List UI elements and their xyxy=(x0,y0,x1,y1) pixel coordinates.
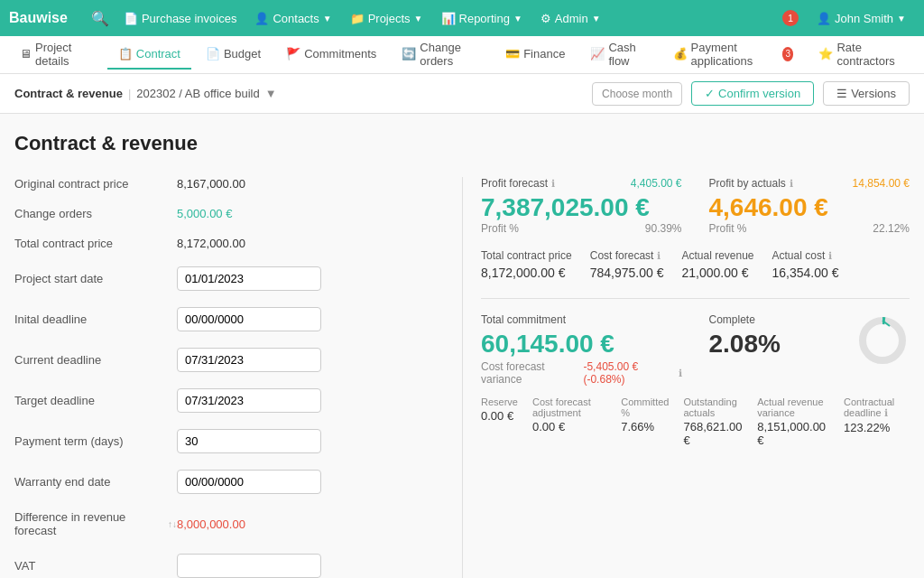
committed-pct-stat: Committed % 7.66% xyxy=(621,396,669,447)
breadcrumb-bar: Contract & revenue | 202302 / AB office … xyxy=(0,74,924,114)
cashflow-icon: 📈 xyxy=(590,47,605,61)
tab-contract[interactable]: 📋 Contract xyxy=(107,40,191,70)
payment-term-input[interactable] xyxy=(177,429,321,453)
sub-navbar: 🖥 Project details 📋 Contract 📄 Budget 🚩 … xyxy=(0,36,924,74)
diff-revenue-label: Difference in revenue forecast ↑↓ xyxy=(14,510,177,537)
commitment-complete-section: Total commitment 60,145.00 € Cost foreca… xyxy=(481,313,910,386)
info-icon: ℹ xyxy=(657,250,661,262)
payment-term-row: Payment term (days) xyxy=(14,429,444,453)
main-content: Contract & revenue Original contract pri… xyxy=(0,114,924,578)
complete-block: Complete 2.08% xyxy=(709,313,910,386)
original-contract-price-row: Original contract price 8,167,000.00 xyxy=(14,177,444,191)
project-start-date-row: Project start date xyxy=(14,266,444,291)
initial-deadline-input[interactable] xyxy=(177,307,321,331)
tab-payment-applications[interactable]: 💰 Payment applications 3 xyxy=(662,33,805,77)
target-deadline-row: Target deadline xyxy=(14,388,444,413)
project-start-date-input[interactable] xyxy=(177,266,321,291)
star-icon: ⭐ xyxy=(818,47,833,61)
current-deadline-row: Current deadline xyxy=(14,348,444,372)
cost-forecast-stat-value: 784,975.00 € xyxy=(590,266,664,280)
complete-label: Complete xyxy=(709,313,781,326)
contract-icon: 📋 xyxy=(118,47,133,61)
finance-icon: 💳 xyxy=(505,47,520,61)
monitor-icon: 🖥 xyxy=(20,47,32,61)
initial-deadline-label: Inital deadline xyxy=(14,312,177,326)
profit-forecast-pct: 90.39% xyxy=(645,222,682,235)
warranty-end-date-input[interactable] xyxy=(177,470,321,494)
outstanding-actuals-label: Outstanding actuals xyxy=(683,396,743,418)
breadcrumb: Contract & revenue | 202302 / AB office … xyxy=(14,87,277,100)
complete-pct-value: 2.08% xyxy=(709,330,781,359)
project-start-date-label: Project start date xyxy=(14,272,177,285)
reserve-label: Reserve xyxy=(481,396,518,407)
tab-commitments[interactable]: 🚩 Commitments xyxy=(275,40,387,70)
cost-forecast-variance-label: Cost forecast variance xyxy=(481,360,578,386)
total-commitment-block: Total commitment 60,145.00 € Cost foreca… xyxy=(481,313,682,386)
info-icon: ℹ xyxy=(790,178,793,190)
page-title: Contract & revenue xyxy=(14,132,910,155)
tab-rate-contractors[interactable]: ⭐ Rate contractors xyxy=(808,33,915,77)
user-menu[interactable]: 👤 John Smith ▼ xyxy=(808,12,915,25)
actual-revenue-variance-value: 8,151,000.00 € xyxy=(757,420,829,447)
vat-row: VAT xyxy=(14,554,444,578)
content-grid: Original contract price 8,167,000.00 Cha… xyxy=(14,177,910,578)
cost-forecast-stat: Cost forecast ℹ 784,975.00 € xyxy=(590,249,664,280)
sub-stats-row: Total contract price 8,172,000.00 € Cost… xyxy=(481,249,910,280)
chevron-down-icon: ▼ xyxy=(323,14,332,23)
total-commitment-label: Total commitment xyxy=(481,313,682,326)
versions-button[interactable]: ☰ Versions xyxy=(823,81,910,106)
search-icon[interactable]: 🔍 xyxy=(86,10,115,27)
change-orders-value[interactable]: 5,000.00 € xyxy=(177,207,232,220)
profit-actuals-block: Profit by actuals ℹ 14,854.00 € 4,646.00… xyxy=(709,177,910,235)
cost-forecast-adj-label: Cost forecast adjustment xyxy=(532,396,606,418)
nav-admin[interactable]: ⚙ Admin ▼ xyxy=(531,12,610,25)
nav-projects[interactable]: 📁 Projects ▼ xyxy=(341,12,432,25)
confirm-version-button[interactable]: ✓ Confirm version xyxy=(691,81,814,106)
actual-cost-stat: Actual cost ℹ 16,354.00 € xyxy=(772,249,839,280)
target-deadline-input[interactable] xyxy=(177,388,321,413)
tab-change-orders[interactable]: 🔄 Change orders xyxy=(391,33,491,77)
info-icon: ↑↓ xyxy=(168,519,177,529)
donut-chart xyxy=(855,313,910,370)
profit-forecast-block: Profit forecast ℹ 4,405.00 € 7,387,025.0… xyxy=(481,177,682,235)
tab-cash-flow[interactable]: 📈 Cash flow xyxy=(579,33,658,77)
total-contract-stat-value: 8,172,000.00 € xyxy=(481,266,572,280)
contractual-deadline-stat: Contractual deadline ℹ 123.22% xyxy=(844,396,910,447)
tab-finance[interactable]: 💳 Finance xyxy=(494,40,576,70)
outstanding-actuals-stat: Outstanding actuals 768,621.00 € xyxy=(683,396,743,447)
actual-revenue-variance-stat: Actual revenue variance 8,151,000.00 € xyxy=(757,396,829,447)
nav-contacts[interactable]: 👤 Contacts ▼ xyxy=(245,12,340,25)
left-column: Original contract price 8,167,000.00 Cha… xyxy=(14,177,462,578)
nav-reporting[interactable]: 📊 Reporting ▼ xyxy=(432,12,531,25)
reporting-icon: 📊 xyxy=(441,12,456,25)
notification-badge[interactable]: 1 xyxy=(782,10,799,26)
chevron-down-icon: ▼ xyxy=(414,14,423,23)
breadcrumb-title: Contract & revenue xyxy=(14,87,123,100)
payment-term-label: Payment term (days) xyxy=(14,434,177,448)
total-contract-price-row: Total contract price 8,172,000.00 xyxy=(14,237,444,250)
breadcrumb-dropdown-icon[interactable]: ▼ xyxy=(265,87,277,100)
cost-forecast-stat-label: Cost forecast ℹ xyxy=(590,249,664,262)
actual-revenue-stat-label: Actual revenue xyxy=(681,249,753,262)
bottom-stats-row: Reserve 0.00 € Cost forecast adjustment … xyxy=(481,396,910,447)
navbar-right: 1 👤 John Smith ▼ xyxy=(782,10,915,26)
initial-deadline-row: Inital deadline xyxy=(14,307,444,331)
profit-actuals-badge: 14,854.00 € xyxy=(853,177,910,190)
total-contract-stat-label: Total contract price xyxy=(481,249,572,262)
actual-cost-stat-label: Actual cost ℹ xyxy=(772,249,839,262)
cost-forecast-adj-stat: Cost forecast adjustment 0.00 € xyxy=(532,396,606,447)
profit-section: Profit forecast ℹ 4,405.00 € 7,387,025.0… xyxy=(481,177,910,235)
tab-project-details[interactable]: 🖥 Project details xyxy=(9,33,104,77)
chevron-down-icon: ▼ xyxy=(592,14,601,23)
reserve-value: 0.00 € xyxy=(481,409,518,423)
nav-purchase-invoices[interactable]: 📄 Purchase invoices xyxy=(115,12,246,25)
svg-point-0 xyxy=(863,321,902,360)
chevron-down-icon: ▼ xyxy=(897,14,906,23)
current-deadline-input[interactable] xyxy=(177,348,321,372)
profit-actuals-label: Profit by actuals ℹ 14,854.00 € xyxy=(709,177,910,190)
choose-month-select[interactable]: Choose month xyxy=(592,82,682,106)
tab-budget[interactable]: 📄 Budget xyxy=(195,40,272,70)
chevron-down-icon: ▼ xyxy=(513,14,522,23)
vat-label: VAT xyxy=(14,559,177,573)
vat-input[interactable] xyxy=(177,554,321,578)
